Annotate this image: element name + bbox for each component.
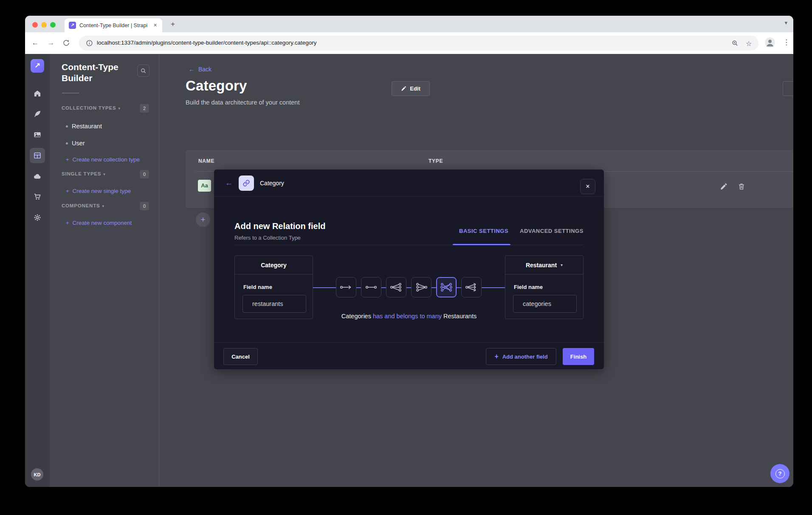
browser-window: ↗ Content-Type Builder | Strapi × + ▾ ← … (25, 16, 793, 487)
target-collection-dropdown[interactable]: Restaurant▾ (505, 256, 583, 274)
traffic-light-close[interactable] (32, 22, 38, 28)
browser-menu-icon[interactable]: ⋮ (783, 37, 790, 48)
modal-header: ← Category × (214, 170, 604, 197)
media-library-nav-icon[interactable] (30, 127, 45, 142)
source-card: Category Field name restaurants (234, 255, 313, 319)
profile-avatar-icon[interactable] (764, 37, 775, 48)
caret-down-icon: ▾ (102, 204, 104, 208)
add-another-field-button[interactable]: +Add another field (783, 81, 793, 96)
nav-rail: ↗ KD (25, 54, 50, 487)
content-manager-nav-icon[interactable] (30, 106, 45, 122)
add-field-circle-button[interactable]: + (196, 212, 210, 227)
edit-button[interactable]: Edit (392, 81, 430, 96)
content-type-builder-panel: Content-Type Builder COLLECTION TYPES▾ 2… (50, 54, 159, 487)
marketplace-cart-nav-icon[interactable] (30, 189, 45, 204)
modal-add-another-field-button[interactable]: +Add another field (486, 348, 556, 365)
search-button[interactable] (137, 65, 149, 77)
plus-icon: + (494, 353, 498, 360)
section-collection-types[interactable]: COLLECTION TYPES▾ (62, 105, 121, 110)
field-type-badge: Aa (198, 180, 211, 192)
plus-icon: + (66, 188, 69, 194)
caret-down-icon: ▾ (561, 263, 563, 267)
help-button[interactable]: ? (770, 464, 789, 483)
url-text: localhost:1337/admin/plugins/content-typ… (97, 40, 317, 46)
single-types-count-badge: 0 (140, 170, 149, 178)
reload-icon[interactable] (61, 37, 72, 48)
finish-button[interactable]: Finish (563, 348, 594, 365)
browser-tab[interactable]: ↗ Content-Type Builder | Strapi × (65, 18, 162, 32)
target-card: Restaurant▾ Field name categories (505, 255, 584, 319)
create-single-type-link[interactable]: +Create new single type (66, 188, 131, 194)
tab-close-icon[interactable]: × (152, 22, 159, 29)
new-tab-button[interactable]: + (168, 20, 178, 29)
relation-one-to-one-button[interactable] (361, 277, 381, 297)
delete-field-icon[interactable] (738, 183, 746, 191)
address-field[interactable]: localhost:1337/admin/plugins/content-typ… (79, 36, 758, 51)
pencil-icon (401, 86, 406, 91)
plus-icon: + (66, 156, 69, 163)
url-bar: ← → localhost:1337/admin/plugins/content… (25, 32, 793, 54)
relation-link-icon (239, 175, 254, 191)
source-field-label: Field name (243, 284, 272, 290)
relation-many-to-one-button[interactable] (411, 277, 431, 297)
back-link[interactable]: ←Back (189, 65, 211, 73)
zoom-indicator-icon[interactable] (731, 40, 739, 47)
add-relation-modal: ← Category × Add new Relation field Refe… (214, 170, 604, 369)
cancel-button[interactable]: Cancel (223, 348, 258, 365)
source-field-input[interactable]: restaurants (242, 295, 306, 313)
relation-one-to-many-button[interactable] (386, 277, 406, 297)
page-info-icon[interactable] (86, 40, 93, 47)
section-single-types[interactable]: SINGLE TYPES▾ (62, 171, 106, 176)
column-header-type: TYPE (429, 158, 443, 164)
target-field-label: Field name (514, 284, 543, 290)
user-avatar[interactable]: KD (31, 468, 43, 481)
content-type-builder-nav-icon[interactable] (30, 148, 45, 163)
modal-close-button[interactable]: × (580, 179, 595, 194)
back-arrow-icon: ← (189, 65, 195, 73)
screen: ↗ Content-Type Builder | Strapi × + ▾ ← … (0, 0, 812, 515)
modal-breadcrumb: Category (260, 180, 284, 187)
settings-gear-nav-icon[interactable] (30, 210, 45, 225)
title-divider (62, 93, 79, 93)
source-card-title: Category (235, 256, 313, 274)
modal-subtitle: Refers to a Collection Type (234, 235, 301, 241)
strapi-app: ↗ KD Conten (25, 54, 793, 487)
tab-advanced-settings[interactable]: ADVANCED SETTINGS (520, 228, 584, 234)
create-collection-type-link[interactable]: +Create new collection type (66, 156, 140, 163)
forward-nav-icon[interactable]: → (45, 37, 56, 48)
page-subtitle: Build the data architecture of your cont… (186, 99, 299, 106)
section-components[interactable]: COMPONENTS▾ (62, 203, 104, 208)
relation-sentence: Categories has and belongs to many Resta… (313, 313, 505, 320)
back-nav-icon[interactable]: ← (30, 37, 41, 48)
question-icon: ? (775, 469, 785, 478)
plus-icon: + (66, 220, 69, 226)
modal-title: Add new Relation field (234, 221, 325, 231)
panel-title: Content-Type Builder (62, 62, 138, 84)
relation-many-way-button[interactable] (461, 277, 482, 297)
deploy-cloud-nav-icon[interactable] (30, 169, 45, 184)
caret-down-icon: ▾ (118, 106, 120, 110)
tab-basic-settings[interactable]: BASIC SETTINGS (459, 228, 508, 234)
active-tab-underline (453, 244, 510, 245)
home-nav-icon[interactable] (30, 86, 45, 101)
relation-one-way-button[interactable] (336, 277, 356, 297)
caret-down-icon: ▾ (103, 172, 105, 176)
sidebar-item-restaurant[interactable]: Restaurant (66, 123, 102, 130)
collection-types-count-badge: 2 (140, 104, 149, 113)
tab-title: Content-Type Builder | Strapi (79, 23, 147, 28)
target-field-input[interactable]: categories (513, 295, 577, 313)
create-component-link[interactable]: +Create new component (66, 220, 132, 226)
sidebar-item-user[interactable]: User (66, 140, 85, 147)
edit-field-icon[interactable] (720, 183, 728, 191)
page-title: Category (186, 78, 247, 94)
modal-back-icon[interactable]: ← (225, 178, 233, 187)
bookmark-star-icon[interactable]: ☆ (746, 40, 753, 47)
bullet-icon (66, 125, 68, 127)
components-count-badge: 0 (140, 202, 149, 210)
traffic-light-zoom[interactable] (50, 22, 56, 28)
traffic-light-minimize[interactable] (41, 22, 47, 28)
strapi-logo-icon[interactable]: ↗ (31, 59, 44, 73)
tab-search-chevron-icon[interactable]: ▾ (784, 20, 787, 26)
tab-strip: ↗ Content-Type Builder | Strapi × + ▾ (25, 16, 793, 32)
relation-many-to-many-button[interactable] (436, 277, 457, 297)
